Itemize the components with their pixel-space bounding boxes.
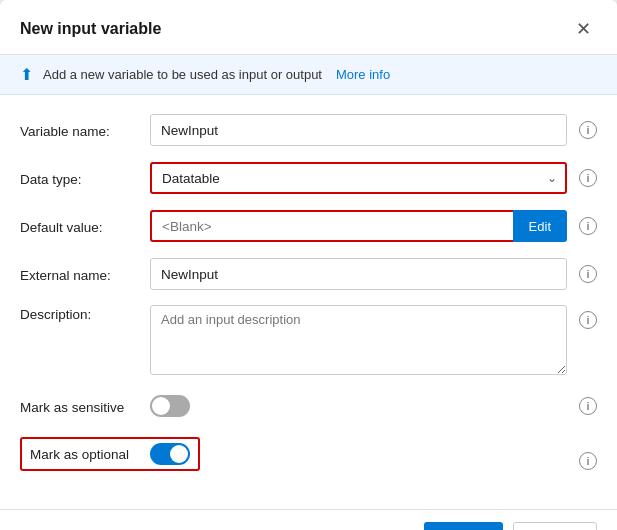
data-type-row: Data type: Datatable Text Number Boolean…: [20, 161, 597, 195]
save-button[interactable]: Save: [424, 522, 503, 530]
description-textarea[interactable]: [150, 305, 567, 375]
data-type-select-wrap: Datatable Text Number Boolean List ⌄: [150, 162, 567, 194]
variable-name-info-icon[interactable]: i: [579, 121, 597, 139]
default-value-label: Default value:: [20, 218, 150, 235]
mark-optional-row: Mark as optional: [20, 437, 200, 471]
mark-optional-label: Mark as optional: [30, 447, 140, 462]
sensitive-toggle-wrap: [150, 395, 190, 417]
default-value-input[interactable]: [150, 210, 513, 242]
sensitive-info-icon[interactable]: i: [579, 397, 597, 415]
default-value-info-icon[interactable]: i: [579, 217, 597, 235]
dialog-header: New input variable ✕: [0, 0, 617, 55]
new-input-variable-dialog: New input variable ✕ ⬆ Add a new variabl…: [0, 0, 617, 530]
mark-optional-outer-row: Mark as optional i: [20, 437, 597, 485]
external-name-row: External name: i: [20, 257, 597, 291]
variable-name-row: Variable name: i: [20, 113, 597, 147]
external-name-control: i: [150, 258, 597, 290]
description-control: i: [150, 305, 597, 375]
external-name-input[interactable]: [150, 258, 567, 290]
more-info-link[interactable]: More info: [336, 67, 390, 82]
external-name-label: External name:: [20, 266, 150, 283]
default-value-control: Edit i: [150, 210, 597, 242]
upload-icon: ⬆: [20, 65, 33, 84]
dialog-body: Variable name: i Data type: Datatable Te…: [0, 95, 617, 509]
dialog-footer: Save Cancel: [0, 509, 617, 530]
mark-sensitive-row: Mark as sensitive i: [20, 389, 597, 423]
default-value-row: Default value: Edit i: [20, 209, 597, 243]
variable-name-control: i: [150, 114, 597, 146]
data-type-label: Data type:: [20, 170, 150, 187]
data-type-info-icon[interactable]: i: [579, 169, 597, 187]
data-type-control: Datatable Text Number Boolean List ⌄ i: [150, 162, 597, 194]
data-type-select[interactable]: Datatable Text Number Boolean List: [150, 162, 567, 194]
sensitive-toggle-slider: [150, 395, 190, 417]
sensitive-toggle[interactable]: [150, 395, 190, 417]
optional-info-icon[interactable]: i: [579, 452, 597, 470]
description-label: Description:: [20, 305, 150, 322]
info-banner: ⬆ Add a new variable to be used as input…: [0, 55, 617, 95]
optional-toggle[interactable]: [150, 443, 190, 465]
close-button[interactable]: ✕: [570, 16, 597, 42]
edit-button[interactable]: Edit: [513, 210, 567, 242]
info-banner-text: Add a new variable to be used as input o…: [43, 67, 322, 82]
external-name-info-icon[interactable]: i: [579, 265, 597, 283]
dialog-title: New input variable: [20, 20, 161, 38]
default-value-wrap: Edit: [150, 210, 567, 242]
mark-sensitive-control: i: [150, 395, 597, 417]
optional-toggle-wrap: [150, 443, 190, 465]
variable-name-input[interactable]: [150, 114, 567, 146]
description-info-icon[interactable]: i: [579, 311, 597, 329]
variable-name-label: Variable name:: [20, 122, 150, 139]
close-icon: ✕: [576, 19, 591, 39]
description-row: Description: i: [20, 305, 597, 375]
mark-sensitive-label: Mark as sensitive: [20, 398, 150, 415]
optional-toggle-slider: [150, 443, 190, 465]
cancel-button[interactable]: Cancel: [513, 522, 597, 530]
